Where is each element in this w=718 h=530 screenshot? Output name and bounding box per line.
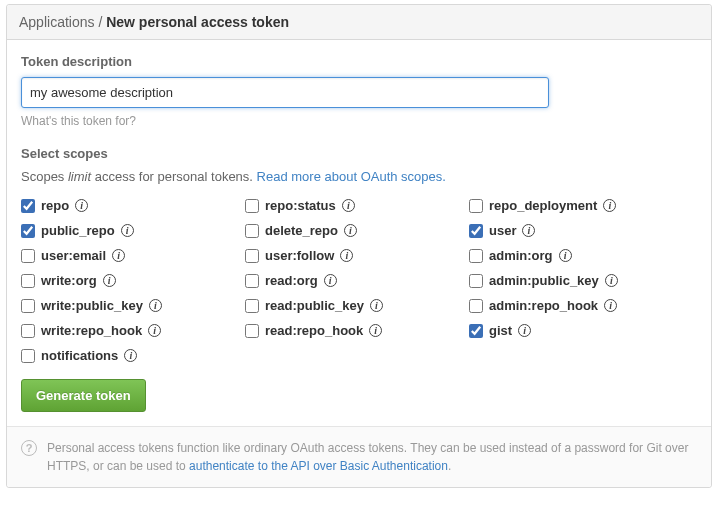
- scopes-section: Select scopes Scopes limit access for pe…: [21, 146, 697, 412]
- breadcrumb-sep: /: [95, 14, 107, 30]
- scope-checkbox-write-org[interactable]: [21, 274, 35, 288]
- scope-label: admin:org: [489, 248, 553, 263]
- breadcrumb: Applications / New personal access token: [7, 5, 711, 40]
- info-icon[interactable]: i: [112, 249, 125, 262]
- panel-footer: ? Personal access tokens function like o…: [7, 426, 711, 487]
- info-icon[interactable]: i: [370, 299, 383, 312]
- scope-checkbox-repo[interactable]: [21, 199, 35, 213]
- token-description-label: Token description: [21, 54, 697, 69]
- scope-checkbox-read-public-key[interactable]: [245, 299, 259, 313]
- scope-label: read:public_key: [265, 298, 364, 313]
- scope-label: notifications: [41, 348, 118, 363]
- scope-checkbox-admin-public-key[interactable]: [469, 274, 483, 288]
- info-icon[interactable]: i: [605, 274, 618, 287]
- scope-checkbox-gist[interactable]: [469, 324, 483, 338]
- info-icon[interactable]: i: [324, 274, 337, 287]
- info-icon[interactable]: i: [340, 249, 353, 262]
- scope-label: admin:repo_hook: [489, 298, 598, 313]
- scope-checkbox-admin-repo-hook[interactable]: [469, 299, 483, 313]
- info-icon[interactable]: i: [121, 224, 134, 237]
- info-icon[interactable]: i: [124, 349, 137, 362]
- new-token-panel: Applications / New personal access token…: [6, 4, 712, 488]
- scope-label: write:org: [41, 273, 97, 288]
- scope-label: user:follow: [265, 248, 334, 263]
- info-icon[interactable]: i: [148, 324, 161, 337]
- scopes-intro: Scopes limit access for personal tokens.…: [21, 169, 697, 184]
- scope-item-notifications[interactable]: notificationsi: [21, 348, 241, 363]
- scope-item-user-email[interactable]: user:emaili: [21, 248, 241, 263]
- scope-checkbox-read-repo-hook[interactable]: [245, 324, 259, 338]
- scope-label: read:org: [265, 273, 318, 288]
- scope-label: admin:public_key: [489, 273, 599, 288]
- select-scopes-label: Select scopes: [21, 146, 697, 161]
- scope-item-user[interactable]: useri: [469, 223, 689, 238]
- scope-label: write:repo_hook: [41, 323, 142, 338]
- generate-token-button[interactable]: Generate token: [21, 379, 146, 412]
- scope-item-repo-status[interactable]: repo:statusi: [245, 198, 465, 213]
- help-icon: ?: [21, 440, 37, 456]
- token-description-hint: What's this token for?: [21, 114, 697, 128]
- footer-auth-link[interactable]: authenticate to the API over Basic Authe…: [189, 459, 448, 473]
- info-icon[interactable]: i: [75, 199, 88, 212]
- scope-label: read:repo_hook: [265, 323, 363, 338]
- scope-label: gist: [489, 323, 512, 338]
- scope-checkbox-write-repo-hook[interactable]: [21, 324, 35, 338]
- scope-item-admin-repo-hook[interactable]: admin:repo_hooki: [469, 298, 689, 313]
- info-icon[interactable]: i: [369, 324, 382, 337]
- scope-checkbox-repo-deployment[interactable]: [469, 199, 483, 213]
- scope-label: repo_deployment: [489, 198, 597, 213]
- scope-item-write-repo-hook[interactable]: write:repo_hooki: [21, 323, 241, 338]
- info-icon[interactable]: i: [518, 324, 531, 337]
- scope-item-repo-deployment[interactable]: repo_deploymenti: [469, 198, 689, 213]
- scope-checkbox-admin-org[interactable]: [469, 249, 483, 263]
- scopes-intro-b: access for personal tokens.: [91, 169, 256, 184]
- info-icon[interactable]: i: [603, 199, 616, 212]
- info-icon[interactable]: i: [103, 274, 116, 287]
- info-icon[interactable]: i: [604, 299, 617, 312]
- footer-text: Personal access tokens function like ord…: [47, 439, 697, 475]
- scope-checkbox-repo-status[interactable]: [245, 199, 259, 213]
- token-description-input[interactable]: [21, 77, 549, 108]
- scopes-intro-a: Scopes: [21, 169, 68, 184]
- scope-label: repo:status: [265, 198, 336, 213]
- scope-checkbox-notifications[interactable]: [21, 349, 35, 363]
- scope-checkbox-user-follow[interactable]: [245, 249, 259, 263]
- info-icon[interactable]: i: [522, 224, 535, 237]
- scope-item-gist[interactable]: gisti: [469, 323, 689, 338]
- footer-text-b: .: [448, 459, 451, 473]
- scope-label: delete_repo: [265, 223, 338, 238]
- scope-item-repo[interactable]: repoi: [21, 198, 241, 213]
- scope-item-write-public-key[interactable]: write:public_keyi: [21, 298, 241, 313]
- scope-checkbox-public-repo[interactable]: [21, 224, 35, 238]
- scope-checkbox-write-public-key[interactable]: [21, 299, 35, 313]
- scope-item-admin-org[interactable]: admin:orgi: [469, 248, 689, 263]
- scope-item-delete-repo[interactable]: delete_repoi: [245, 223, 465, 238]
- scope-item-admin-public-key[interactable]: admin:public_keyi: [469, 273, 689, 288]
- breadcrumb-parent[interactable]: Applications: [19, 14, 95, 30]
- scope-item-public-repo[interactable]: public_repoi: [21, 223, 241, 238]
- scope-checkbox-user-email[interactable]: [21, 249, 35, 263]
- scope-label: user:email: [41, 248, 106, 263]
- info-icon[interactable]: i: [149, 299, 162, 312]
- panel-body: Token description What's this token for?…: [7, 40, 711, 426]
- scope-item-read-public-key[interactable]: read:public_keyi: [245, 298, 465, 313]
- scope-item-write-org[interactable]: write:orgi: [21, 273, 241, 288]
- scope-checkbox-delete-repo[interactable]: [245, 224, 259, 238]
- breadcrumb-current: New personal access token: [106, 14, 289, 30]
- scope-grid: repoirepo:statusirepo_deploymentipublic_…: [21, 198, 697, 363]
- scope-label: user: [489, 223, 516, 238]
- scope-label: write:public_key: [41, 298, 143, 313]
- info-icon[interactable]: i: [559, 249, 572, 262]
- info-icon[interactable]: i: [344, 224, 357, 237]
- scopes-intro-em: limit: [68, 169, 91, 184]
- scope-checkbox-read-org[interactable]: [245, 274, 259, 288]
- scope-item-read-org[interactable]: read:orgi: [245, 273, 465, 288]
- scope-label: public_repo: [41, 223, 115, 238]
- scope-item-user-follow[interactable]: user:followi: [245, 248, 465, 263]
- info-icon[interactable]: i: [342, 199, 355, 212]
- scope-checkbox-user[interactable]: [469, 224, 483, 238]
- scope-label: repo: [41, 198, 69, 213]
- oauth-scopes-link[interactable]: Read more about OAuth scopes.: [257, 169, 446, 184]
- scope-item-read-repo-hook[interactable]: read:repo_hooki: [245, 323, 465, 338]
